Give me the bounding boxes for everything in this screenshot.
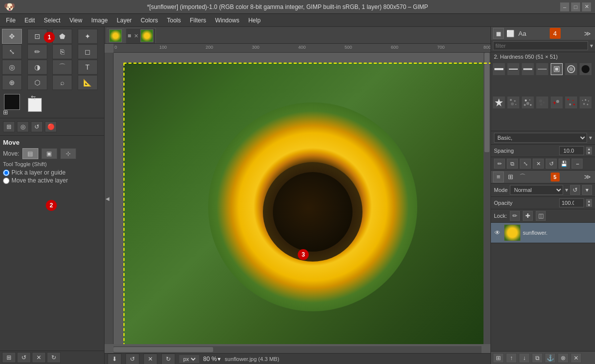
image-tab-1[interactable] <box>107 28 124 43</box>
menu-item-image[interactable]: Image <box>87 15 112 25</box>
transform-tool[interactable]: ⤡ <box>2 44 22 59</box>
measure-tool[interactable]: 📐 <box>78 75 98 90</box>
move-active-radio[interactable] <box>3 178 9 184</box>
tab-patterns-icon[interactable]: ⬜ <box>505 28 516 39</box>
move-path-btn[interactable]: ⊹ <box>60 148 76 159</box>
bottom-tool-btn-2[interactable]: ✕ <box>32 352 46 363</box>
opacity-input[interactable] <box>559 198 584 207</box>
bottom-tool-btn-0[interactable]: ⊞ <box>2 352 16 363</box>
layers-collapse-btn[interactable]: ≫ <box>582 172 593 182</box>
menu-item-select[interactable]: Select <box>40 15 64 25</box>
canvas-inner[interactable]: 3 <box>114 53 490 344</box>
zoom-tool[interactable]: ⌕ <box>52 75 72 90</box>
raise-layer-btn[interactable]: ↑ <box>506 353 517 363</box>
tab-channels-icon[interactable]: ⊞ <box>505 172 516 182</box>
swap-colors-icon[interactable]: ⇆ <box>31 94 36 101</box>
opacity-up-btn[interactable]: ▲ <box>586 199 592 203</box>
filter-dropdown-icon[interactable]: ▾ <box>590 42 593 49</box>
tool-opt-icon-0[interactable]: ⊞ <box>3 121 15 132</box>
spacing-up-btn[interactable]: ▲ <box>586 147 592 151</box>
move-tool[interactable]: ✥ <box>2 29 22 44</box>
scrollbar-vertical[interactable] <box>483 53 490 344</box>
menu-item-colors[interactable]: Colors <box>137 15 162 25</box>
tab-fonts-icon[interactable]: Aa <box>517 28 528 39</box>
opacity-down-btn[interactable]: ▼ <box>586 203 592 207</box>
lock-alpha-btn[interactable]: ◫ <box>536 211 546 221</box>
brush-filter-input[interactable] <box>493 41 588 50</box>
blur-tool[interactable]: ◎ <box>2 60 22 75</box>
fuzzy-select-tool[interactable]: ✦ <box>78 29 98 44</box>
panel-collapse-right-btn[interactable]: ≫ <box>582 28 593 39</box>
brush-delete-btn[interactable]: ✕ <box>533 159 544 169</box>
brush-cell-8[interactable] <box>493 96 505 108</box>
brush-save-btn[interactable]: 💾 <box>559 159 570 169</box>
clone-tool[interactable]: ⎘ <box>52 44 72 59</box>
brush-cell-2[interactable] <box>507 63 519 75</box>
zoom-dropdown-icon[interactable]: ▾ <box>218 356 221 363</box>
lock-position-btn[interactable]: ✚ <box>523 211 533 221</box>
tab-layers-icon[interactable]: ≡ <box>493 172 504 182</box>
foreground-color[interactable] <box>4 94 20 110</box>
statusbar-redo-btn[interactable]: ↻ <box>161 354 175 364</box>
menu-item-layer[interactable]: Layer <box>113 15 136 25</box>
scrollbar-v-thumb[interactable] <box>484 53 489 152</box>
layer-visibility-eye[interactable]: 👁 <box>493 228 502 237</box>
status-unit-px[interactable]: px <box>179 355 199 363</box>
statusbar-export-btn[interactable]: ⬇ <box>108 354 121 364</box>
menu-item-tools[interactable]: Tools <box>163 15 185 25</box>
mode-dropdown-icon[interactable]: ▾ <box>565 186 568 193</box>
brush-edit-btn[interactable]: ✏ <box>494 159 505 169</box>
color-picker-tool[interactable]: ⊕ <box>2 75 22 90</box>
brush-more-btn[interactable]: ··· <box>572 159 583 169</box>
brush-duplicate-btn[interactable]: ⧉ <box>507 159 518 169</box>
duplicate-layer-btn[interactable]: ⧉ <box>532 353 543 363</box>
statusbar-undo-btn[interactable]: ↺ <box>125 354 139 364</box>
brush-cell-4[interactable] <box>536 63 548 75</box>
tab-brushes-icon[interactable]: ◼ <box>493 28 504 39</box>
scrollbar-h-thumb[interactable] <box>114 347 213 352</box>
minimize-button[interactable]: – <box>560 2 569 11</box>
image-tab-2[interactable]: ✕ <box>125 28 156 43</box>
canvas-wrapper[interactable]: 0 100 200 300 400 500 600 700 800 <box>105 44 490 353</box>
layer-item-sunflower[interactable]: 👁 sunflower. <box>491 223 595 243</box>
brush-refresh-btn[interactable]: ↺ <box>546 159 557 169</box>
brush-cell-13[interactable] <box>565 96 577 108</box>
tool-opt-icon-3[interactable]: 🔴 <box>45 121 57 132</box>
brush-cell-1[interactable] <box>493 63 505 75</box>
brush-cell-11[interactable] <box>536 96 548 108</box>
eraser-tool[interactable]: ◻ <box>78 44 98 59</box>
brush-cell-5[interactable] <box>551 63 563 75</box>
mode-select[interactable]: Normal <box>510 185 563 195</box>
bottom-tool-btn-3[interactable]: ↻ <box>47 352 61 363</box>
text-tool[interactable]: T <box>78 60 98 75</box>
brush-cell-6[interactable] <box>565 63 577 75</box>
unit-select[interactable]: px <box>181 356 197 363</box>
path-tool[interactable]: ⌒ <box>52 60 72 75</box>
bottom-tool-btn-1[interactable]: ↺ <box>17 352 31 363</box>
close-button[interactable]: ✕ <box>582 2 591 11</box>
scrollbar-horizontal[interactable] <box>114 346 481 353</box>
brush-cell-7[interactable] <box>580 63 592 75</box>
brush-preset-select[interactable]: Basic, <box>494 133 587 143</box>
brush-cell-10[interactable] <box>522 96 534 108</box>
lower-layer-btn[interactable]: ↓ <box>519 353 530 363</box>
preset-dropdown-icon[interactable]: ▾ <box>589 134 592 141</box>
brush-cell-12[interactable]: + <box>551 96 563 108</box>
menu-item-edit[interactable]: Edit <box>20 15 39 25</box>
reset-colors-icon[interactable]: ⊞ <box>3 109 8 116</box>
lock-pixels-btn[interactable]: ✏ <box>510 211 520 221</box>
tool-opt-icon-2[interactable]: ↺ <box>31 121 43 132</box>
anchor-layer-btn[interactable]: ⚓ <box>545 353 556 363</box>
statusbar-cancel-btn[interactable]: ✕ <box>143 354 157 364</box>
brush-cell-3[interactable] <box>522 63 534 75</box>
paint-tool[interactable]: ✏ <box>27 44 47 59</box>
menu-item-windows[interactable]: Windows <box>211 15 243 25</box>
delete-layer-btn[interactable]: ✕ <box>571 353 582 363</box>
merge-down-btn[interactable]: ⊗ <box>558 353 569 363</box>
brush-scale-btn[interactable]: ⤡ <box>520 159 531 169</box>
maximize-button[interactable]: □ <box>571 2 580 11</box>
menu-item-help[interactable]: Help <box>244 15 265 25</box>
free-select-tool[interactable]: ⬟ <box>52 29 72 44</box>
brush-cell-14[interactable] <box>580 96 592 108</box>
tool-opt-icon-1[interactable]: ◎ <box>17 121 29 132</box>
